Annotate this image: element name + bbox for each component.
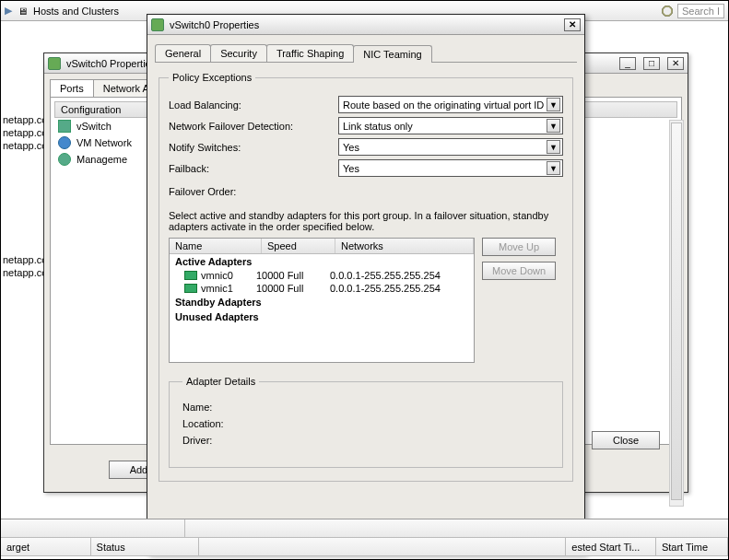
table-row[interactable]: vmnic0 10000 Full 0.0.0.1-255.255.255.25… [170,269,474,282]
hosts-tree-icon: 🖥 [18,6,28,17]
notify-switches-select[interactable]: Yes ▼ [338,138,563,156]
table-row[interactable]: vmnic1 10000 Full 0.0.0.1-255.255.255.25… [170,282,474,295]
tab-security[interactable]: Security [210,44,267,62]
tab-row: General Security Traffic Shaping NIC Tea… [155,44,577,62]
failback-select[interactable]: Yes ▼ [338,159,563,177]
list-item-label: vSwitch [76,121,112,132]
load-balancing-label: Load Balancing: [169,99,338,111]
globe-icon [58,136,71,149]
col-target[interactable]: arget [1,538,91,555]
window-title: vSwitch0 Properties [170,19,259,30]
select-value: Route based on the originating virtual p… [343,99,544,111]
detail-location-label: Location: [182,418,247,429]
col-name[interactable]: Name [170,239,262,253]
nic-icon [184,271,197,280]
select-value: Yes [343,142,359,153]
col-start-time[interactable]: Start Time [656,538,728,555]
adapter-network: 0.0.0.1-255.255.255.254 [330,283,441,294]
col-blank[interactable] [199,538,567,555]
tab-traffic-shaping[interactable]: Traffic Shaping [266,44,354,62]
col-requested-start[interactable]: ested Start Ti... [566,538,656,555]
scrollbar[interactable] [669,120,684,507]
policy-exceptions-group: Policy Exceptions Load Balancing: Route … [159,72,573,482]
select-value: Link status only [343,121,413,132]
col-speed[interactable]: Speed [262,239,335,253]
section-unused-adapters: Unused Adapters [170,309,474,324]
adapter-network: 0.0.0.1-255.255.255.254 [330,270,441,281]
title-bar[interactable]: vSwitch0 Properties ✕ [147,15,584,35]
move-down-button[interactable]: Move Down [482,262,556,280]
adapter-speed: 10000 Full [256,270,326,281]
move-up-button[interactable]: Move Up [482,238,556,256]
grid-header-blank[interactable] [1,519,185,537]
management-icon [58,153,71,166]
vsphere-icon [151,18,164,31]
vswitch-properties-front-window: vSwitch0 Properties ✕ General Security T… [147,14,585,554]
failover-detection-label: Network Failover Detection: [169,121,338,132]
adapter-table[interactable]: Name Speed Networks Active Adapters vmni… [169,238,475,363]
close-button[interactable]: ✕ [564,18,581,31]
tab-general[interactable]: General [155,44,211,62]
detail-name-label: Name: [182,402,247,413]
close-button[interactable]: ✕ [667,57,684,70]
breadcrumb[interactable]: Hosts and Clusters [33,6,119,17]
maximize-button[interactable]: □ [643,57,660,70]
detail-driver-label: Driver: [182,435,247,446]
tab-nic-teaming[interactable]: NIC Teaming [353,45,431,63]
adapter-speed: 10000 Full [256,283,326,294]
adapter-details-group: Adapter Details Name: Location: Driver: [169,376,563,468]
details-legend: Adapter Details [182,376,259,387]
tab-ports[interactable]: Ports [50,79,94,97]
select-value: Yes [343,163,359,174]
task-grid: arget Status ested Start Ti... Start Tim… [1,519,728,559]
nic-icon [184,284,197,293]
col-networks[interactable]: Networks [335,239,474,253]
failback-label: Failback: [169,163,338,174]
list-item-label: Manageme [76,154,127,165]
nav-arrow-icon[interactable]: ▶ [5,5,12,17]
failover-detection-select[interactable]: Link status only ▼ [338,117,563,134]
adapter-name: vmnic1 [201,283,253,294]
failover-order-label: Failover Order: [169,186,563,197]
list-item-label: VM Network [76,137,132,148]
col-status[interactable]: Status [91,538,199,555]
chevron-down-icon: ▼ [547,119,560,133]
vswitch-icon [58,120,71,133]
chevron-down-icon: ▼ [547,140,560,154]
gear-icon[interactable] [661,5,674,18]
load-balancing-select[interactable]: Route based on the originating virtual p… [338,96,563,113]
notify-switches-label: Notify Switches: [169,142,338,153]
adapter-name: vmnic0 [201,270,253,281]
section-standby-adapters: Standby Adapters [170,295,474,309]
search-placeholder: Search I [682,6,720,17]
minimize-button[interactable]: _ [619,57,636,70]
section-active-adapters: Active Adapters [170,254,474,269]
close-button-footer[interactable]: Close [592,431,660,449]
chevron-down-icon: ▼ [547,161,560,175]
chevron-down-icon: ▼ [547,98,560,111]
helper-text: Select active and standby adapters for t… [169,210,563,232]
vsphere-icon [48,57,61,70]
window-title: vSwitch0 Properties [66,58,156,69]
search-input[interactable]: Search I [677,4,724,18]
policy-legend: Policy Exceptions [169,72,255,83]
